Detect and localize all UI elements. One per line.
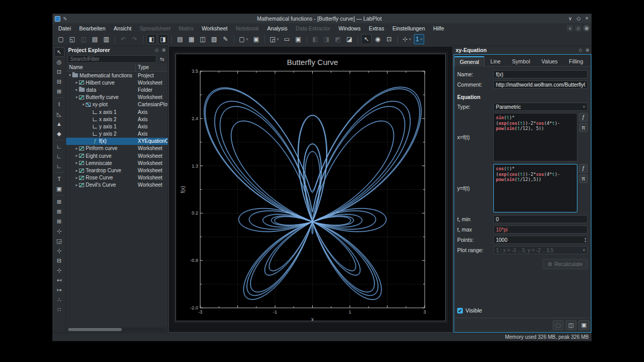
tab-line[interactable]: Line [485,56,506,67]
expander-icon[interactable]: ▸ [74,183,79,187]
presenter-scale-button[interactable]: 1∨ [414,34,424,44]
equation-type-select[interactable]: Parametric ∨ [493,103,588,111]
tree-item-f-x-[interactable]: ƒf(x)XYEquationCurve [66,138,168,145]
zoom-x-select-button[interactable]: ⊟ [54,77,65,86]
shift-down-y-button[interactable]: ∷ [54,305,65,314]
zoom-in-y-button[interactable]: ⊹ [54,266,65,275]
insert-function-button[interactable]: ƒ [579,164,588,173]
add-axis-left-button[interactable]: ∟ [54,142,65,151]
worksheet-page[interactable]: Butterfly Curve-3-1133.52.41.30.2-0.9-2.… [175,54,446,321]
tree-item-mathematical-functions[interactable]: ▾Mathematical functionsProject [66,72,168,79]
maximize-button[interactable]: ◇ [576,16,581,21]
add-curve-button[interactable]: ◺ [54,109,65,119]
pan-mode-button[interactable]: ◉ [373,34,383,44]
tab-values[interactable]: Values [536,56,563,67]
cursor-arrow-button[interactable]: ↖ [54,47,65,57]
t-min-field[interactable] [493,215,588,223]
new-matrix-button[interactable]: ▦ [186,34,197,44]
print-preview-button[interactable]: ▥ [101,34,111,44]
worksheet-zoom-button[interactable]: ◲∨ [268,34,280,44]
mdi-restore-button[interactable]: ◇ [575,25,582,31]
menu-analysis[interactable]: Analysis [263,24,292,32]
new-note-button[interactable]: ✎ [220,34,231,44]
cursor-tool-button[interactable]: I [54,100,65,109]
expander-icon[interactable]: ▸ [74,176,79,180]
float-dock-icon[interactable]: ◇ [579,47,583,53]
menu-worksheet[interactable]: Worksheet [198,24,232,32]
tree-item-devil-s-curve[interactable]: ▸Devil's CurveWorksheet [66,182,168,189]
expander-icon[interactable]: ▾ [68,73,72,77]
expander-icon[interactable]: ▸ [74,169,79,173]
add-histogram-button[interactable]: ▲ [54,119,65,128]
tree-item-eight-curve[interactable]: ▸Eight curveWorksheet [66,152,168,159]
insert-constant-button[interactable]: π [579,123,588,132]
menu-einstellungen[interactable]: Einstellungen [388,24,429,32]
menu-ansicht[interactable]: Ansicht [109,24,135,32]
new-project-button[interactable]: ▢ [56,34,66,44]
export-worksheet-button[interactable]: ▣ [293,34,303,44]
name-field[interactable] [493,70,588,78]
zoom-out-x-button[interactable]: ⊟ [54,256,65,265]
insert-function-button[interactable]: ƒ [579,113,588,122]
tree-item-piriform-curve[interactable]: ▸Piriform curveWorksheet [66,145,168,152]
tab-symbol[interactable]: Symbol [506,56,536,67]
zoom-out-button[interactable]: ◲ [54,236,65,245]
y-equation-field[interactable]: cos(t)*(exp(cos(t))-2*cos(4*t)-pow(sin(t… [493,164,577,212]
open-project-button[interactable]: ◱ [67,34,77,44]
filter-options-icon[interactable]: ⇆ [158,55,166,63]
float-dock-icon[interactable]: ◇ [155,47,159,53]
tree-item-x-axis-2[interactable]: x axis 2Axis [66,116,168,123]
import-button[interactable]: ▣ [251,34,261,44]
expander-icon[interactable]: ▸ [74,146,79,151]
column-header-name[interactable]: Name [66,64,136,71]
save-default-button[interactable]: ▣ [578,320,589,330]
crosshair-cursor-button[interactable]: ◎ [54,57,65,67]
expander-icon[interactable]: ▸ [74,88,79,92]
add-text-label-button[interactable]: T [54,174,65,184]
zoom-select-mode-button[interactable]: ⊡ [384,34,394,44]
tab-filling[interactable]: Filling [564,56,589,67]
tree-item-data[interactable]: ▸dataFolder [66,86,168,93]
select-mode-button[interactable]: ↖ [361,34,372,44]
close-dock-icon[interactable]: ⊗ [585,47,589,53]
add-equation-curve-button[interactable]: ◆ [54,129,65,138]
visible-checkbox[interactable]: ✔ [457,308,463,314]
auto-scale-button[interactable]: ⊞ [54,197,65,206]
auto-scale-y-button[interactable]: ⊞ [54,217,65,226]
tree-item-rose-curve[interactable]: ▸Rose CurveWorksheet [66,174,168,182]
auto-scale-x-button[interactable]: ⊞ [54,207,65,216]
menu-extras[interactable]: Extras [365,24,389,32]
mdi-close-button[interactable]: ⊗ [583,25,590,31]
tree-item-y-axis-2[interactable]: y axis 2Axis [66,130,168,138]
menu-datei[interactable]: Datei [54,24,75,32]
cartesian-plot[interactable]: Butterfly Curve-3-1133.52.41.30.2-0.9-2.… [176,54,445,321]
toggle-properties-explorer-button[interactable]: ◨ [158,34,168,44]
tree-column-headers[interactable]: Name Type [66,64,168,72]
expander-icon[interactable]: ▾ [74,95,79,100]
menu-hilfe[interactable]: Hilfe [429,24,448,32]
tab-general[interactable]: General [454,56,485,67]
zoom-y-select-button[interactable]: ⊞ [54,87,65,96]
new-workbook-button[interactable]: ◫ [198,34,208,44]
close-button[interactable]: × [585,16,588,21]
tree-item-hilbert-curve[interactable]: ▸Hilbert curveWorksheet [66,79,168,86]
shift-right-x-button[interactable]: ↦ [54,285,65,294]
comment-field[interactable] [493,80,588,89]
expander-icon[interactable]: ▸ [74,154,79,158]
horizontal-scrollbar[interactable] [67,327,167,332]
add-axis-custom-button[interactable]: ∟ [54,161,65,171]
close-dock-icon[interactable]: ⊗ [162,47,166,53]
minimize-button[interactable]: ∨ [568,16,572,21]
shift-up-y-button[interactable]: ∴ [54,295,65,304]
scrollbar-thumb[interactable] [68,328,122,331]
tree-item-lemniscate[interactable]: ▸LemniscateWorksheet [66,159,168,167]
print-button[interactable]: ▤ [90,34,100,44]
expander-icon[interactable]: ▸ [74,80,79,85]
add-image-button[interactable]: ▣ [54,184,65,193]
new-live-datasource-button[interactable]: ▢∨ [237,34,250,44]
column-header-type[interactable]: Type [136,64,168,71]
insert-constant-button[interactable]: π [579,174,588,183]
zoom-in-x-button[interactable]: ⊹ [54,246,65,255]
zoom-select-button[interactable]: ⊡ [54,67,65,76]
shift-left-x-button[interactable]: ↤ [54,275,65,285]
